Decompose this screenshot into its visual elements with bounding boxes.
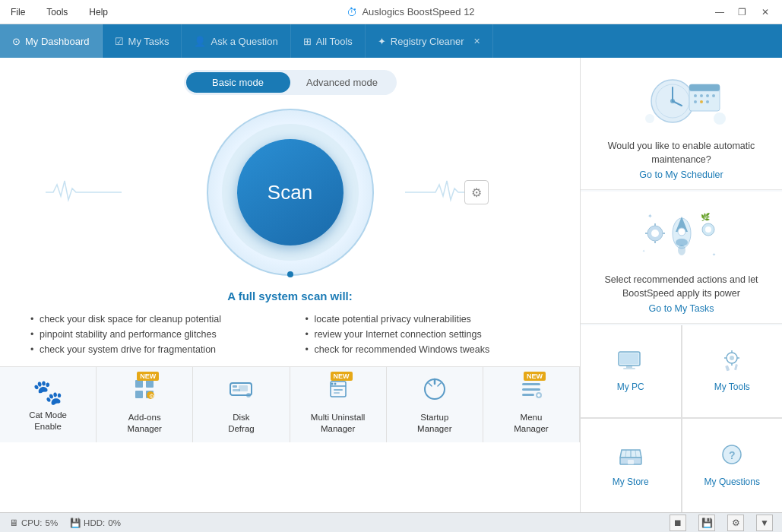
my-tools-label[interactable]: My Tools xyxy=(714,382,750,392)
grid-my-store[interactable]: My Store xyxy=(581,419,681,512)
titlebar: File Tools Help ⏱ Auslogics BoostSpeed 1… xyxy=(0,0,782,24)
pc-icon-svg xyxy=(617,350,644,372)
tab-all-tools[interactable]: ⊞ All Tools xyxy=(291,24,366,58)
tab-question-icon: 👤 xyxy=(194,36,206,47)
svg-rect-69 xyxy=(725,365,730,371)
main-layout: Basic mode Advanced mode Scan xyxy=(0,58,782,512)
svg-rect-19 xyxy=(522,383,540,385)
scan-info-col-left: check your disk space for cleanup potent… xyxy=(30,312,275,357)
cpu-label: CPU: xyxy=(21,518,42,527)
hdd-icon: 💾 xyxy=(70,518,81,528)
svg-rect-14 xyxy=(334,392,340,394)
svg-point-53 xyxy=(705,226,711,233)
tasks-svg: ✦ ✦ ✦ 🌿 xyxy=(636,203,727,268)
scheduler-text: Would you like to enable automatic maint… xyxy=(590,140,773,166)
my-store-label[interactable]: My Store xyxy=(613,477,649,487)
scan-outer-ring: Scan xyxy=(207,109,374,276)
scheduler-card: Would you like to enable automatic maint… xyxy=(581,58,782,190)
my-pc-label[interactable]: My PC xyxy=(617,382,644,392)
tool-disk-defrag[interactable]: DiskDefrag xyxy=(193,367,290,442)
uninstall-label: Multi UninstallManager xyxy=(311,412,366,435)
tool-menu-manager[interactable]: NEW MenuManager xyxy=(483,367,580,442)
tools-icon-svg xyxy=(718,350,746,372)
svg-rect-60 xyxy=(620,353,638,364)
window-controls: — ❐ ✕ xyxy=(709,5,776,20)
scan-info-item-2: pinpoint stability and performance glitc… xyxy=(30,327,275,342)
scheduler-illustration xyxy=(590,67,773,135)
tool-multi-uninstall[interactable]: NEW Multi UninstallManager xyxy=(290,367,387,442)
statusbar-btn-4[interactable]: ▼ xyxy=(756,515,773,531)
my-questions-label[interactable]: My Questions xyxy=(704,477,760,487)
maximize-button[interactable]: ❐ xyxy=(732,5,753,20)
disk-defrag-icon xyxy=(227,375,255,409)
hdd-status: 💾 HDD: 0% xyxy=(70,518,121,528)
tab-ask-question[interactable]: 👤 Ask a Question xyxy=(182,24,290,58)
gear-icon: ⚙ xyxy=(471,185,482,200)
advanced-mode-button[interactable]: Advanced mode xyxy=(290,72,394,93)
svg-rect-20 xyxy=(522,388,540,391)
tool-addons-manager[interactable]: NEW ⚙ Add-onsManager xyxy=(97,367,193,442)
tab-my-tasks[interactable]: ☑ My Tasks xyxy=(103,24,182,58)
svg-rect-13 xyxy=(334,389,343,391)
tab-tasks-icon: ☑ xyxy=(115,36,124,47)
svg-point-39 xyxy=(706,100,709,103)
tab-registry-label: Registry Cleaner xyxy=(391,36,464,47)
scan-settings-button[interactable]: ⚙ xyxy=(464,180,489,204)
my-store-icon xyxy=(617,444,644,472)
app-icon: ⏱ xyxy=(347,6,357,18)
scan-info-col-right: locate potential privacy vulnerabilities… xyxy=(306,312,550,357)
statusbar-btn-2[interactable]: 💾 xyxy=(698,515,715,531)
statusbar-btn-3[interactable]: ⚙ xyxy=(727,515,744,531)
svg-point-37 xyxy=(694,100,697,103)
scheduler-link[interactable]: Go to My Scheduler xyxy=(639,169,723,180)
scan-info-item-3: check your system drive for fragmentatio… xyxy=(30,342,275,357)
grid-my-pc[interactable]: My PC xyxy=(581,325,681,417)
scan-indicator xyxy=(287,271,293,277)
app-title-area: ⏱ Auslogics BoostSpeed 12 xyxy=(347,6,474,18)
tab-my-dashboard[interactable]: ⊙ My Dashboard xyxy=(0,24,103,58)
svg-rect-9 xyxy=(239,385,248,391)
tasks-text: Select recommended actions and let Boost… xyxy=(590,274,773,300)
grid-my-questions[interactable]: ? My Questions xyxy=(682,419,783,512)
scan-area: Scan ⚙ xyxy=(0,101,580,283)
svg-point-33 xyxy=(694,94,697,97)
svg-point-35 xyxy=(706,94,709,97)
svg-rect-31 xyxy=(689,84,720,91)
svg-rect-2 xyxy=(135,391,143,398)
scheduler-svg xyxy=(636,69,727,134)
minimize-button[interactable]: — xyxy=(709,5,730,20)
tools-bar: 🐾 Cat ModeEnable NEW ⚙ Add-onsManager xyxy=(0,366,580,442)
statusbar-btn-1[interactable]: ⏹ xyxy=(670,515,686,531)
my-tools-icon xyxy=(718,350,746,377)
svg-point-36 xyxy=(712,94,715,97)
menu-help[interactable]: Help xyxy=(84,4,112,21)
svg-point-45 xyxy=(678,228,685,236)
grid-my-tools[interactable]: My Tools xyxy=(682,325,783,417)
panel-grid: My PC My Tools xyxy=(581,325,782,512)
wave-left xyxy=(46,169,122,215)
hdd-value: 0% xyxy=(108,518,121,527)
svg-point-38 xyxy=(700,100,703,103)
tab-registry-close[interactable]: ✕ xyxy=(473,36,480,46)
tool-startup-manager[interactable]: StartupManager xyxy=(387,367,483,442)
basic-mode-button[interactable]: Basic mode xyxy=(186,72,290,93)
menu-file[interactable]: File xyxy=(6,4,30,21)
menu-tools[interactable]: Tools xyxy=(42,4,72,21)
scan-button[interactable]: Scan xyxy=(237,139,344,245)
tasks-link[interactable]: Go to My Tasks xyxy=(649,303,714,314)
scan-info-title: A full system scan will: xyxy=(30,290,549,302)
hdd-label: HDD: xyxy=(84,518,105,527)
menu-manager-label: MenuManager xyxy=(514,412,548,435)
my-pc-icon xyxy=(617,350,644,377)
svg-point-68 xyxy=(730,356,734,360)
questions-icon-svg: ? xyxy=(718,444,746,467)
tab-registry-cleaner[interactable]: ✦ Registry Cleaner ✕ xyxy=(366,24,493,58)
right-panel: Would you like to enable automatic maint… xyxy=(581,58,782,512)
svg-text:?: ? xyxy=(729,449,736,461)
svg-rect-75 xyxy=(628,460,634,464)
svg-point-10 xyxy=(246,393,251,397)
close-button[interactable]: ✕ xyxy=(755,5,776,20)
mode-toggle-wrap: Basic mode Advanced mode xyxy=(0,58,580,101)
svg-text:✦: ✦ xyxy=(647,213,653,220)
tool-cat-mode[interactable]: 🐾 Cat ModeEnable xyxy=(0,367,97,442)
